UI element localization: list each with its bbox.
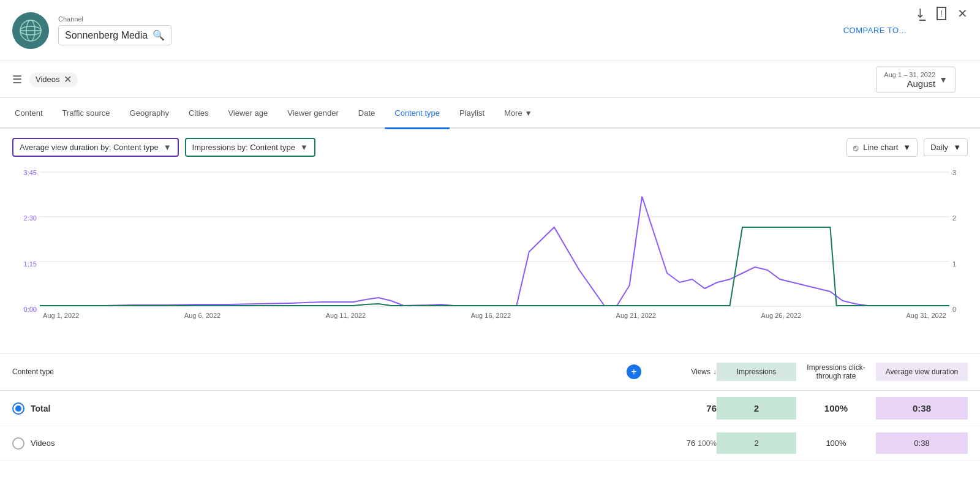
more-dropdown-arrow: ▼ — [525, 109, 532, 118]
x-label-7: Aug 31, 2022 — [907, 312, 946, 319]
row-videos-avg: 0:38 — [876, 432, 968, 454]
row-total-label: Total — [31, 404, 50, 413]
row-videos-views: 76 100% — [643, 439, 717, 448]
data-table: Content type + Views ↓ Impressions Impre… — [0, 353, 980, 461]
chart-container: 3:45 2:30 1:15 0:00 — [12, 166, 968, 350]
row-videos-ctr: 100% — [796, 432, 876, 454]
channel-label: Channel — [58, 15, 172, 23]
table-row: Total 76 2 100% 0:38 — [0, 391, 980, 426]
col-header-impressions: Impressions — [717, 363, 796, 381]
metric2-label: Impressions by: Content type — [192, 143, 295, 152]
interval-label: Daily — [930, 143, 948, 152]
date-dropdown-arrow: ▼ — [939, 75, 948, 85]
filter-chip-label: Videos — [36, 75, 60, 84]
metric2-arrow: ▼ — [300, 143, 308, 152]
row-videos-label: Videos — [31, 439, 55, 448]
header: Channel Sonnenberg Media 🔍 COMPARE TO... — [0, 0, 980, 61]
line-chart-svg — [40, 166, 949, 313]
y-right-2: 2 — [952, 214, 968, 222]
y-right-1: 1 — [952, 260, 968, 268]
row-total-views: 76 — [643, 403, 717, 413]
table-header: Content type + Views ↓ Impressions Impre… — [0, 353, 980, 391]
y-right-0: 0 — [952, 306, 968, 313]
interval-button[interactable]: Daily ▼ — [924, 138, 968, 156]
tab-geography[interactable]: Geography — [120, 99, 179, 129]
y-left-1: 1:15 — [12, 260, 37, 268]
row-total-ctr: 100% — [796, 397, 876, 420]
chart-type-arrow: ▼ — [903, 143, 911, 152]
date-range-large: August — [884, 78, 935, 88]
chart-type-label: Line chart — [863, 143, 898, 152]
interval-arrow: ▼ — [953, 143, 961, 152]
metric1-arrow: ▼ — [164, 143, 172, 152]
table-row: Videos 76 100% 2 100% 0:38 — [0, 426, 980, 461]
x-label-6: Aug 26, 2022 — [761, 312, 801, 319]
chart-controls: Average view duration by: Content type ▼… — [12, 138, 968, 157]
channel-search-icon[interactable]: 🔍 — [153, 29, 165, 41]
tabs-bar: Content Traffic source Geography Cities … — [0, 98, 980, 129]
x-label-2: Aug 6, 2022 — [184, 312, 221, 319]
x-label-1: Aug 1, 2022 — [43, 312, 79, 319]
tab-more[interactable]: More ▼ — [494, 99, 542, 129]
x-label-5: Aug 21, 2022 — [616, 312, 656, 319]
row-videos-content-type: Videos — [12, 437, 625, 450]
tab-content[interactable]: Content — [12, 99, 53, 129]
plus-icon[interactable]: + — [627, 364, 641, 379]
date-range-selector[interactable]: Aug 1 – 31, 2022 August ▼ — [876, 66, 956, 92]
row-total-impressions: 2 — [717, 397, 796, 420]
metric1-label: Average view duration by: Content type — [20, 143, 159, 152]
chart-area: Average view duration by: Content type ▼… — [0, 129, 980, 350]
tab-date[interactable]: Date — [349, 99, 385, 129]
row-total-indicator[interactable] — [12, 402, 24, 415]
y-left-2: 2:30 — [12, 214, 37, 222]
tab-playlist[interactable]: Playlist — [450, 99, 494, 129]
tab-cities[interactable]: Cities — [179, 99, 219, 129]
flag-icon[interactable]: ! — [937, 7, 946, 20]
x-label-4: Aug 16, 2022 — [471, 312, 511, 319]
chart-right-controls: ⎋ Line chart ▼ Daily ▼ — [846, 138, 968, 157]
col-header-views[interactable]: Views ↓ — [643, 368, 717, 376]
row-videos-impressions: 2 — [717, 432, 796, 454]
compare-button[interactable]: COMPARE TO... — [843, 26, 907, 35]
close-icon[interactable]: ✕ — [957, 6, 968, 21]
y-left-0: 0:00 — [12, 306, 37, 313]
x-label-3: Aug 11, 2022 — [326, 312, 366, 319]
filter-icon[interactable]: ☰ — [12, 73, 22, 86]
metric2-dropdown[interactable]: Impressions by: Content type ▼ — [185, 138, 315, 157]
col-header-ctr: Impressions click-through rate — [796, 358, 876, 385]
metric1-dropdown[interactable]: Average view duration by: Content type ▼ — [12, 138, 179, 157]
col-header-avg: Average view duration — [876, 363, 968, 381]
channel-info: Channel Sonnenberg Media 🔍 — [58, 15, 172, 45]
tab-traffic-source[interactable]: Traffic source — [53, 99, 120, 129]
col-header-content-type: Content type — [12, 368, 625, 376]
y-right-3: 3 — [952, 169, 968, 176]
row-total-avg: 0:38 — [876, 397, 968, 420]
y-left-3: 3:45 — [12, 169, 37, 176]
channel-name: Sonnenberg Media — [65, 30, 148, 41]
filter-chip-close[interactable]: ✕ — [64, 75, 72, 85]
filter-chip: Videos ✕ — [29, 72, 78, 87]
tab-content-type[interactable]: Content type — [385, 99, 450, 129]
chart-type-button[interactable]: ⎋ Line chart ▼ — [846, 138, 918, 157]
date-range-small: Aug 1 – 31, 2022 — [884, 70, 935, 78]
toolbar: ☰ Videos ✕ Aug 1 – 31, 2022 August ▼ — [0, 61, 980, 98]
channel-name-box[interactable]: Sonnenberg Media 🔍 — [58, 25, 172, 45]
channel-logo — [12, 12, 49, 49]
add-metric-button[interactable]: + — [625, 364, 643, 379]
tab-viewer-age[interactable]: Viewer age — [218, 99, 277, 129]
row-total-content-type: Total — [12, 402, 625, 415]
row-videos-indicator[interactable] — [12, 437, 24, 450]
download-icon[interactable]: ↓̲ — [915, 6, 925, 21]
tab-viewer-gender[interactable]: Viewer gender — [277, 99, 349, 129]
